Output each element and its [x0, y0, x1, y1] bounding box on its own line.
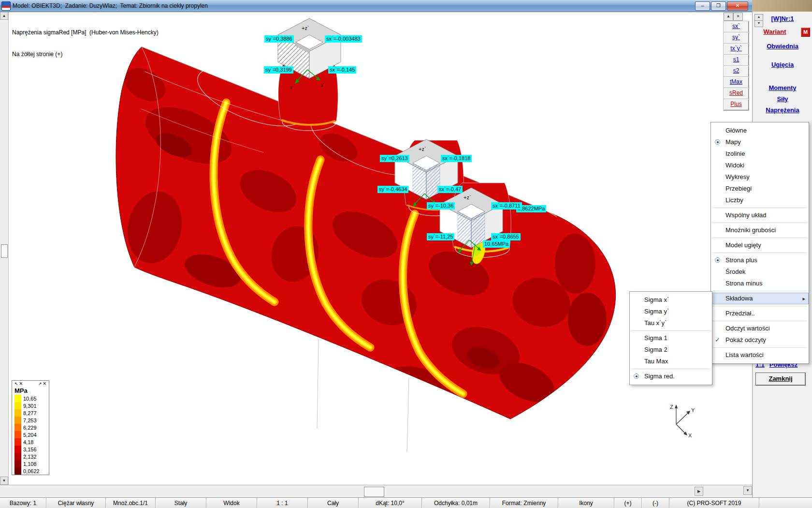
submenu-item-sigma-1[interactable]: Sigma 1	[630, 332, 712, 344]
horizontal-scrollbar[interactable]: ▶	[0, 485, 752, 498]
legend-dock-icon[interactable]: ↖	[14, 381, 18, 386]
legend-swatch	[14, 424, 21, 431]
legend-row: 3,156	[12, 446, 49, 453]
stress-readout: sx`=-0,145	[328, 66, 356, 74]
legend-swatch	[14, 395, 21, 402]
component-button-plus[interactable]: Plus	[724, 99, 749, 110]
scroll-up-icon[interactable]: ▲	[0, 12, 8, 20]
submenu-item-sigma-y[interactable]: Sigma y`	[630, 306, 712, 317]
status-ciezar[interactable]: Ciężar własny	[46, 498, 106, 508]
legend-dock2-icon[interactable]: ↗	[38, 381, 42, 386]
cube1-x-axis-label: x`	[290, 85, 294, 90]
minimize-button[interactable]: –	[695, 1, 710, 11]
legend-swatch	[14, 402, 21, 409]
status-caly[interactable]: Cały	[308, 498, 359, 508]
menu-item-skladowa[interactable]: Składowa▸	[711, 293, 809, 304]
stress-readout: sy`=-10,36	[427, 202, 455, 209]
momenty-link[interactable]: Momenty	[753, 84, 812, 91]
menu-item-przebiegi[interactable]: Przebiegi	[711, 183, 809, 194]
status-ikony[interactable]: Ikony	[558, 498, 614, 508]
legend-row: 9,301	[12, 402, 49, 409]
component-button-sy[interactable]: sy`	[724, 32, 749, 44]
submenu-item-sigma-red[interactable]: Sigma red.	[630, 371, 712, 382]
component-button-s1[interactable]: s1	[724, 55, 749, 66]
status-widok[interactable]: Widok	[206, 498, 257, 508]
close-button[interactable]: ✕	[727, 1, 748, 11]
panel-scroll-down-icon[interactable]: ▼	[743, 486, 752, 495]
radio-selected-icon	[634, 374, 639, 379]
menu-item-liczby[interactable]: Liczby	[711, 194, 809, 206]
legend-swatch	[14, 438, 21, 446]
menu-item-model-ugiety[interactable]: Model ugięty	[711, 239, 809, 251]
scroll-down-icon[interactable]: ▼	[0, 477, 8, 485]
menu-item-glowne[interactable]: Główne	[711, 125, 809, 136]
tank-3d-scene: +z` x` y` +z`	[8, 12, 752, 485]
zamknij-button[interactable]: Zamknij	[755, 373, 806, 386]
stress-readout: sx`=0,8655	[491, 233, 521, 240]
submenu-item-tau-max[interactable]: Tau Max	[630, 356, 712, 367]
menu-item-izolinie[interactable]: Izolinie	[711, 148, 809, 160]
status-dkat[interactable]: dKąt: 10,0°	[359, 498, 422, 508]
maximize-button[interactable]: ❒	[711, 1, 726, 11]
status-skala[interactable]: 1 : 1	[257, 498, 308, 508]
cube1-y-axis-label: y`	[321, 82, 325, 87]
m-badge-button[interactable]: M	[801, 28, 810, 37]
menu-item-strona-minus[interactable]: Strona minus	[711, 278, 809, 289]
legend-unit-label: MPa	[12, 387, 49, 395]
menu-item-wykresy[interactable]: Wykresy	[711, 171, 809, 183]
component-button-sred[interactable]: sRed	[724, 88, 749, 99]
view-context-menu: Główne Mapy Izolinie Widoki Wykresy Prze…	[710, 122, 809, 364]
wariant-link[interactable]: Wariant	[750, 28, 800, 35]
status-minus[interactable]: (-)	[642, 498, 669, 508]
menu-separator	[712, 253, 807, 253]
variant-number-link[interactable]: [W]Nr:1	[759, 15, 806, 22]
x-axis-label: X	[688, 433, 692, 438]
stress-readout: sx`=-0,003483	[325, 35, 362, 43]
component-button-tmax[interactable]: tMax	[724, 77, 749, 88]
legend-swatch	[14, 417, 21, 424]
status-copyright: (C) PRO-SOFT 2019	[669, 498, 759, 508]
menu-item-srodek[interactable]: Środek	[711, 266, 809, 278]
radio-selected-icon	[715, 257, 720, 263]
menu-item-pokaz-odczyty[interactable]: ✓Pokaż odczyty	[711, 334, 809, 346]
submenu-item-tau-xy[interactable]: Tau x`y`	[630, 317, 712, 329]
legend-close-icon[interactable]: ✕	[19, 381, 23, 386]
status-staly[interactable]: Stały	[156, 498, 206, 508]
toolbar-collapse-icon[interactable]: ▲	[724, 13, 733, 21]
menu-item-widoki[interactable]: Widoki	[711, 160, 809, 171]
obwiednia-link[interactable]: Obwiednia	[753, 43, 812, 50]
status-mnoz[interactable]: Mnoż.obc.1/1	[106, 498, 156, 508]
toolbar-close-icon[interactable]: ✕	[733, 13, 743, 21]
menu-item-lista-wartosci[interactable]: Lista wartości	[711, 349, 809, 361]
menu-item-mnozniki-grubosci[interactable]: Mnożniki grubości	[711, 224, 809, 236]
menu-item-odczyt-wartosci[interactable]: Odczyt wartości	[711, 323, 809, 334]
menu-item-mapy[interactable]: Mapy	[711, 136, 809, 148]
stress-readout: 10,65MPa	[483, 240, 510, 248]
status-filler	[759, 498, 812, 508]
menu-item-wspolny-uklad[interactable]: Wspólny układ	[711, 209, 809, 221]
stress-readout: sy`=0,3886	[264, 35, 294, 43]
window-title: Model: OBIEKT3D; Zadanie: DuzyWlaz; Tema…	[13, 2, 208, 9]
legend-close2-icon[interactable]: ✕	[43, 381, 46, 386]
legend-row: 7,253	[12, 417, 49, 424]
vertical-scrollbar[interactable]: ▲ ▼	[0, 12, 9, 485]
ugiecia-link[interactable]: Ugięcia	[753, 61, 812, 68]
status-bazowy[interactable]: Bazowy: 1	[0, 498, 46, 508]
component-button-txy[interactable]: tx`y`	[724, 44, 749, 55]
component-button-sx[interactable]: sx`	[724, 21, 749, 32]
status-odchylka[interactable]: Odchyłka: 0,01m	[422, 498, 490, 508]
sily-link[interactable]: Siły	[753, 95, 812, 103]
legend-swatch	[14, 467, 21, 475]
submenu-item-sigma-x[interactable]: Sigma x`	[630, 294, 712, 306]
horizontal-scroll-thumb[interactable]	[364, 487, 384, 497]
scroll-right-icon[interactable]: ▶	[695, 487, 703, 496]
menu-item-przedzial[interactable]: Przedział..	[711, 308, 809, 319]
status-plus[interactable]: (+)	[614, 498, 642, 508]
vertical-scroll-thumb[interactable]	[1, 244, 8, 258]
stress-readout: sx`=-0,1818	[441, 155, 472, 162]
menu-item-strona-plus[interactable]: Strona plus	[711, 254, 809, 266]
naprezenia-link[interactable]: Naprężenia	[753, 106, 812, 114]
status-format[interactable]: Format: Zmienny	[490, 498, 558, 508]
component-button-s2[interactable]: s2	[724, 66, 749, 77]
submenu-item-sigma-2[interactable]: Sigma 2	[630, 344, 712, 356]
